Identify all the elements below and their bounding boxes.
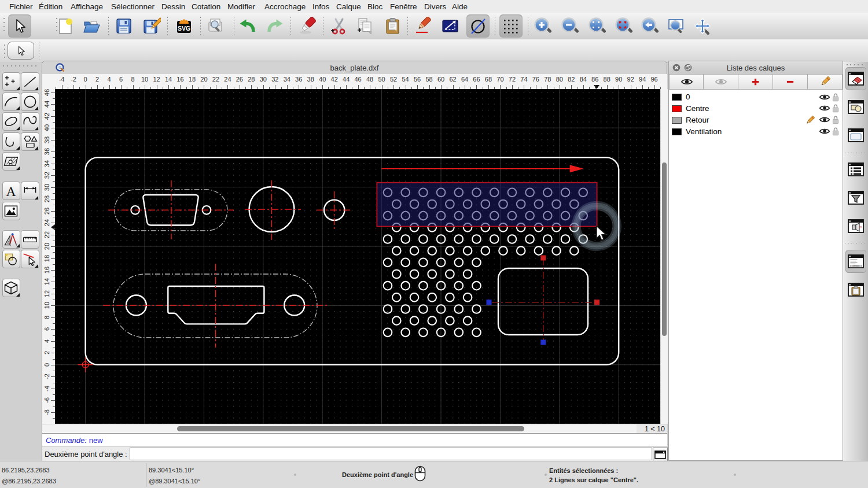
draw-pencil-button[interactable] [411,14,434,38]
vertical-scrollbar[interactable] [660,89,668,424]
layer-minus-red-button[interactable] [773,74,808,90]
dock-library-toggle[interactable] [845,124,866,147]
command-history-value: new [89,436,103,445]
layer-visible-toggle[interactable] [819,116,830,126]
menu-modifier[interactable]: Modifier [227,0,255,13]
zoom-auto-button[interactable] [586,14,609,38]
open-folder-button[interactable] [80,14,103,38]
layer-visible-toggle[interactable] [819,127,830,138]
layer-lock-toggle[interactable] [832,104,839,115]
menu-accrochage[interactable]: Accrochage [264,0,306,13]
erase-marker-button[interactable] [295,14,318,38]
document-window: back_plate.dxf -4-2024681012141618202224… [42,61,667,461]
print-preview-button[interactable] [204,14,227,38]
grid-toggle-button[interactable] [499,14,523,38]
menu-cotation[interactable]: Cotation [192,0,220,13]
zoom-selection-button[interactable] [612,14,635,38]
tool-box-3d-button[interactable] [2,279,21,297]
toolbar-drag-handle[interactable] [4,45,5,61]
save-as-button[interactable] [140,14,163,38]
zoom-out-button[interactable] [558,14,582,38]
dock-property-list-toggle[interactable] [845,158,866,181]
layer-row-ventilation[interactable]: Ventilation [669,126,843,138]
layer-lock-toggle[interactable] [832,93,839,104]
layer-row-retour[interactable]: Retour [669,114,843,126]
menu-dessin[interactable]: Dessin [161,0,185,13]
hruler-tick [547,85,548,89]
dock-clipboard-toggle[interactable] [845,278,866,301]
tool-measure-button[interactable] [21,230,39,249]
restrict-nothing-button[interactable] [466,14,490,38]
cut-button[interactable] [328,14,351,38]
zoom-window-button[interactable] [664,14,687,38]
paste-button[interactable] [381,14,404,38]
menu-aide[interactable]: Aide [452,0,468,13]
zoom-previous-button[interactable] [638,14,661,38]
tool-shapes-button[interactable] [21,132,39,151]
tool-hatch-button[interactable] [2,152,21,171]
tool-ellipse-button[interactable] [2,112,21,131]
menu-infos[interactable]: Infos [312,0,329,13]
toolbar-drag-handle[interactable] [3,18,5,34]
eye-grey-icon [715,77,727,86]
layer-panel-titlebar[interactable]: Liste des calques [669,61,843,75]
menu-fenetre[interactable]: Fenêtre [390,0,417,13]
command-input[interactable] [130,448,652,460]
svg-export-button[interactable] [172,14,196,38]
menu-fichier[interactable]: Fichier [9,0,33,13]
select-arrow-button[interactable] [8,14,31,38]
tool-dimension-button[interactable] [21,182,39,200]
vscroll-thumb[interactable] [662,162,667,336]
polyline-mode-button[interactable] [439,14,462,38]
tool-points-button[interactable] [2,72,21,91]
layer-lock-toggle[interactable] [832,127,839,138]
zoom-in-button[interactable] [531,14,554,38]
document-titlebar[interactable]: back_plate.dxf [42,61,667,75]
tool-text-button[interactable] [2,182,21,200]
zoom-selection-icon [615,17,633,35]
tool-image-button[interactable] [2,202,21,220]
dock-layers-toggle[interactable] [845,67,866,90]
copy-button[interactable] [354,14,377,38]
dock-strip-handle[interactable] [847,64,865,65]
menu-selectionner[interactable]: Sélectionner [111,0,155,13]
tool-line-button[interactable] [21,72,39,91]
current-tool-button[interactable] [8,42,34,60]
tool-spline-button[interactable] [21,112,39,131]
layer-lock-toggle[interactable] [832,116,839,127]
drawing-canvas[interactable] [55,89,660,424]
hscroll-thumb[interactable] [177,426,524,431]
menu-bloc[interactable]: Bloc [367,0,382,13]
layer-row-centre[interactable]: Centre [669,103,843,114]
layer-plus-red-button[interactable] [738,74,773,90]
dock-filter-toggle[interactable] [845,186,866,209]
tool-snap-pointer-button[interactable] [21,250,39,268]
undo-button[interactable] [236,14,259,38]
tool-circle-button[interactable] [21,93,39,111]
layer-row-0[interactable]: 0 [669,91,843,103]
dock-blocks-toggle[interactable] [845,95,866,119]
layer-pencil-button[interactable] [807,74,843,90]
layer-visible-toggle[interactable] [819,104,830,114]
palette-drag-handle[interactable] [3,65,38,66]
menu-affichage[interactable]: Affichage [71,0,103,13]
tool-polyline-button[interactable] [2,132,21,151]
tool-arc-button[interactable] [2,93,21,111]
layer-eye-black-button[interactable] [669,74,704,90]
tool-block-insert-button[interactable] [2,250,21,268]
menu-edition[interactable]: Édition [39,0,62,13]
horizontal-scrollbar[interactable] [42,424,637,434]
dock-command-toggle[interactable] [845,250,866,273]
dock-projector-toggle[interactable] [845,215,866,238]
new-file-button[interactable] [54,14,77,38]
menu-calque[interactable]: Calque [336,0,361,13]
save-button[interactable] [112,14,135,38]
layer-visible-toggle[interactable] [819,93,830,103]
vruler-label: 42 [42,112,52,121]
layer-eye-grey-button[interactable] [703,74,738,90]
menu-divers[interactable]: Divers [424,0,446,13]
zoom-pan-button[interactable] [691,14,714,38]
command-options-button[interactable] [653,448,668,462]
tool-draw-tools-button[interactable] [2,230,21,249]
redo-button[interactable] [263,14,286,38]
